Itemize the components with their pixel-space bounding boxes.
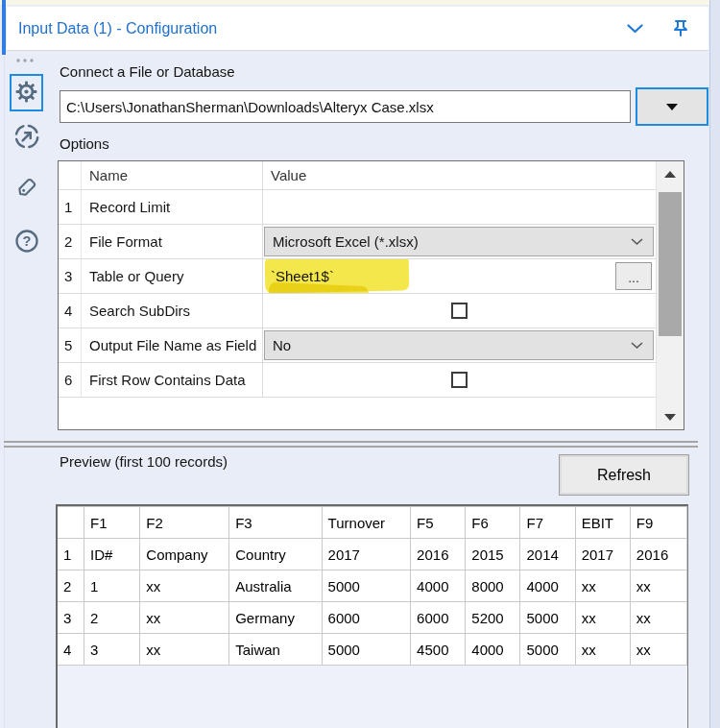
preview-cell: xx xyxy=(575,602,630,634)
preview-header-cell: EBIT xyxy=(575,507,630,539)
option-row-number: 4 xyxy=(59,294,82,328)
option-name: File Format xyxy=(82,225,263,258)
option-name: Table or Query xyxy=(82,259,263,293)
option-value-dropdown[interactable]: No xyxy=(264,330,654,360)
preview-header-cell: F6 xyxy=(466,507,520,539)
preview-cell: 2017 xyxy=(322,539,411,570)
option-name: First Row Contains Data xyxy=(82,363,263,397)
option-value-text[interactable]: `Sheet1$` xyxy=(263,268,334,284)
options-partial-row xyxy=(59,398,656,430)
preview-header-cell: F2 xyxy=(140,507,229,539)
preview-cell: Germany xyxy=(229,602,322,634)
options-row: 1Record Limit xyxy=(59,190,656,225)
preview-cell: 3 xyxy=(58,602,84,634)
option-row-number: 2 xyxy=(59,225,82,258)
preview-cell: Company xyxy=(140,539,229,570)
option-name: Output File Name as Field xyxy=(82,328,263,362)
option-row-number: 5 xyxy=(59,328,82,362)
preview-cell: 6000 xyxy=(322,602,411,634)
preview-cell: 5000 xyxy=(520,634,575,666)
option-value: No xyxy=(263,328,656,362)
preview-cell: xx xyxy=(140,570,229,602)
preview-cell: 2 xyxy=(58,570,84,602)
preview-cell: 2017 xyxy=(575,539,630,570)
refresh-button[interactable]: Refresh xyxy=(559,454,689,496)
preview-header-row: F1F2F3TurnoverF5F6F7EBITF9 xyxy=(58,507,687,539)
option-row-number: 3 xyxy=(59,259,82,293)
option-name: Search SubDirs xyxy=(82,294,263,328)
option-value-dropdown[interactable]: Microsoft Excel (*.xlsx) xyxy=(264,227,654,256)
scrollbar-down-arrow[interactable] xyxy=(657,404,684,429)
preview-cell: xx xyxy=(630,570,686,602)
scrollbar-up-arrow[interactable] xyxy=(657,161,684,186)
name-column-header: Name xyxy=(82,161,263,189)
file-path-input[interactable] xyxy=(60,91,630,122)
svg-text:?: ? xyxy=(23,233,32,249)
panel-right-edge xyxy=(709,0,720,728)
sync-run-icon[interactable] xyxy=(12,121,42,152)
preview-header-cell: Turnover xyxy=(322,507,411,539)
panel-title: Input Data (1) - Configuration xyxy=(7,20,217,37)
dropdown-selected-value: No xyxy=(273,337,291,353)
option-checkbox[interactable] xyxy=(451,303,468,319)
configuration-titlebar: Input Data (1) - Configuration xyxy=(7,7,708,51)
options-scrollbar[interactable] xyxy=(656,161,684,429)
file-path-box xyxy=(60,90,631,123)
preview-cell: xx xyxy=(575,634,630,666)
option-row-number: 6 xyxy=(59,363,82,397)
preview-cell: 1 xyxy=(58,539,84,570)
preview-header-cell: F1 xyxy=(84,507,140,539)
option-checkbox[interactable] xyxy=(451,372,468,388)
preview-cell: Taiwan xyxy=(229,634,322,666)
tag-icon[interactable] xyxy=(12,173,41,202)
preview-cell: 8000 xyxy=(466,570,520,602)
dropdown-selected-value: Microsoft Excel (*.xlsx) xyxy=(273,233,419,250)
preview-cell: xx xyxy=(575,570,630,602)
file-path-dropdown-button[interactable] xyxy=(636,87,708,126)
options-table: NameValue1Record Limit2File FormatMicros… xyxy=(58,160,684,430)
preview-data-row: 1ID#CompanyCountry2017201620152014201720… xyxy=(58,539,687,570)
preview-cell: 5000 xyxy=(322,634,411,666)
pin-icon[interactable] xyxy=(668,16,693,41)
window-top-edge xyxy=(0,0,720,5)
preview-cell: xx xyxy=(630,602,686,634)
preview-cell: 5000 xyxy=(520,602,575,634)
preview-cell: 4 xyxy=(58,634,84,666)
options-row: 3Table or Query`Sheet1$`... xyxy=(59,259,656,294)
options-row: 5Output File Name as FieldNo xyxy=(59,328,656,363)
preview-data-row: 32xxGermany6000600052005000xxxx xyxy=(58,602,687,634)
preview-cell: 4500 xyxy=(411,634,466,666)
preview-cell: Country xyxy=(229,539,322,570)
preview-cell: 2016 xyxy=(411,539,466,570)
scrollbar-thumb[interactable] xyxy=(659,192,682,336)
ellipsis-icon[interactable] xyxy=(15,58,35,63)
preview-header-cell: F9 xyxy=(630,507,686,539)
options-label: Options xyxy=(60,135,109,152)
splitter-line[interactable] xyxy=(4,441,698,443)
preview-header-cell xyxy=(58,507,84,539)
preview-cell: ID# xyxy=(84,539,140,570)
preview-cell: xx xyxy=(140,602,229,634)
browse-table-button[interactable]: ... xyxy=(615,262,652,290)
preview-cell: xx xyxy=(140,634,229,666)
preview-cell: 4000 xyxy=(411,570,466,602)
preview-table: F1F2F3TurnoverF5F6F7EBITF91ID#CompanyCou… xyxy=(56,504,688,728)
preview-header-cell: F3 xyxy=(229,507,322,539)
option-row-number: 1 xyxy=(59,190,82,224)
preview-cell: 1 xyxy=(84,570,140,602)
preview-cell: 6000 xyxy=(411,602,466,634)
preview-cell: xx xyxy=(630,634,686,666)
preview-cell: 2015 xyxy=(466,539,520,570)
refresh-button-label: Refresh xyxy=(597,467,651,484)
preview-cell: 2016 xyxy=(630,539,686,570)
preview-cell: 2014 xyxy=(520,539,575,570)
options-rows: NameValue1Record Limit2File FormatMicros… xyxy=(59,161,656,429)
preview-cell: 4000 xyxy=(466,634,520,666)
preview-data-row: 21xxAustralia5000400080004000xxxx xyxy=(58,570,687,602)
configuration-tab-gear[interactable] xyxy=(10,74,43,111)
chevron-down-icon[interactable] xyxy=(622,16,647,41)
row-number-header xyxy=(59,161,82,189)
panel-left-divider xyxy=(4,55,5,728)
help-icon[interactable]: ? xyxy=(12,227,41,255)
splitter-line[interactable] xyxy=(4,446,698,448)
